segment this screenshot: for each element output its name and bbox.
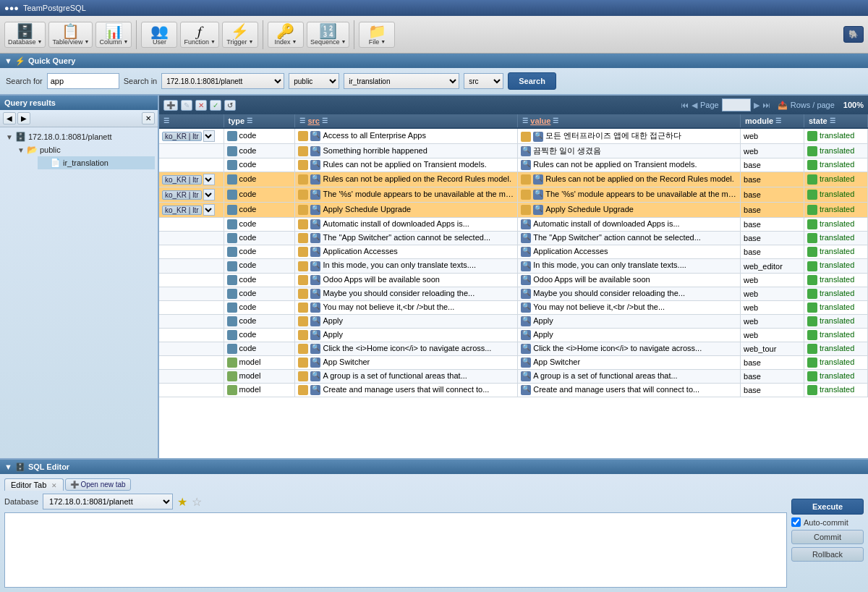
column-select[interactable]: src [464, 73, 503, 89]
cell-src[interactable]: 🔍Automatic install of downloaded Apps is… [295, 218, 518, 232]
src-search-icon[interactable]: 🔍 [310, 385, 320, 395]
tab-close-icon[interactable]: ✕ [51, 482, 57, 489]
src-search-icon[interactable]: 🔍 [310, 344, 320, 354]
toolbar-trigger[interactable]: ⚡ Trigger ▼ [222, 22, 258, 48]
value-edit-icon[interactable] [521, 205, 531, 215]
cell-src[interactable]: 🔍Apply Schedule Upgrade [295, 203, 518, 218]
src-edit-icon[interactable] [298, 344, 308, 354]
cell-value[interactable]: 🔍Apply [518, 328, 741, 342]
col-src-menu[interactable]: ☰ [322, 117, 328, 124]
col-header-module[interactable]: module ☰ [741, 114, 804, 128]
src-edit-icon[interactable] [298, 289, 308, 299]
src-search-icon[interactable]: 🔍 [310, 174, 320, 185]
src-search-icon[interactable]: 🔍 [310, 233, 320, 243]
src-search-icon[interactable]: 🔍 [310, 275, 320, 285]
cell-src[interactable]: 🔍Create and manage users that will conne… [295, 384, 518, 397]
col-value-sort[interactable]: ☰ [522, 117, 528, 124]
src-search-icon[interactable]: 🔍 [310, 247, 320, 257]
value-search-icon[interactable]: 🔍 [521, 275, 531, 285]
sql-database-select[interactable]: 172.18.0.1:8081/planett [43, 494, 173, 509]
src-search-icon[interactable]: 🔍 [310, 205, 320, 215]
src-search-icon[interactable]: 🔍 [310, 330, 320, 340]
src-edit-icon[interactable] [298, 385, 308, 395]
tree-item-server[interactable]: ▼ 🗄️ 172.18.0.1:8081/planett [3, 130, 155, 143]
cell-value[interactable]: 🔍Apply Schedule Upgrade [518, 203, 741, 218]
src-search-icon[interactable]: 🔍 [310, 219, 320, 229]
cell-src[interactable]: 🔍Maybe you should consider reloading the… [295, 287, 518, 300]
value-search-icon[interactable]: 🔍 [521, 358, 531, 368]
src-search-icon[interactable]: 🔍 [310, 303, 320, 313]
src-search-icon[interactable]: 🔍 [310, 358, 320, 368]
cell-src[interactable]: 🔍The "App Switcher" action cannot be sel… [295, 232, 518, 245]
cell-value[interactable]: 🔍App Switcher [518, 356, 741, 370]
page-last-btn[interactable]: ⏭ [762, 101, 770, 109]
src-edit-icon[interactable] [298, 233, 308, 243]
cell-src[interactable]: 🔍Application Accesses [295, 245, 518, 259]
sql-textarea[interactable] [4, 512, 787, 588]
value-search-icon[interactable]: 🔍 [521, 146, 531, 156]
cell-src[interactable]: 🔍Odoo Apps will be available soon [295, 273, 518, 287]
cell-value[interactable]: 🔍You may not believe it,<br />but the... [518, 300, 741, 314]
toolbar-sequence[interactable]: 🔢 Sequence ▼ [307, 22, 349, 48]
value-search-icon[interactable]: 🔍 [533, 205, 543, 215]
value-search-icon[interactable]: 🔍 [521, 219, 531, 229]
cell-src[interactable]: 🔍In this mode, you can only translate te… [295, 259, 518, 273]
cell-value[interactable]: 🔍모든 엔터프라이즈 앱에 대한 접근하다 [518, 128, 741, 144]
src-edit-icon[interactable] [298, 303, 308, 313]
col-header-state[interactable]: state ☰ [804, 114, 868, 128]
server-select[interactable]: 172.18.0.1:8081/planett [161, 73, 284, 89]
sql-editor-header[interactable]: ▼ 🗄️ SQL Editor [0, 460, 868, 474]
toolbar-index[interactable]: 🔑 Index ▼ [268, 22, 304, 48]
src-search-icon[interactable]: 🔍 [310, 289, 320, 299]
src-search-icon[interactable]: 🔍 [310, 160, 320, 170]
toolbar-file[interactable]: 📁 File ▼ [359, 22, 395, 48]
cell-value[interactable]: 🔍In this mode, you can only translate te… [518, 259, 741, 273]
src-search-icon[interactable]: 🔍 [310, 261, 320, 271]
cell-value[interactable]: 🔍Application Accesses [518, 245, 741, 259]
lang-select[interactable]: ▼ [203, 189, 215, 200]
value-search-icon[interactable]: 🔍 [521, 289, 531, 299]
src-edit-icon[interactable] [298, 219, 308, 229]
src-search-icon[interactable]: 🔍 [310, 146, 320, 156]
cell-value[interactable]: 🔍The '%s' module appears to be unavailab… [518, 187, 741, 203]
col-header-src[interactable]: ☰ src ☰ [295, 114, 518, 128]
grid-delete-btn[interactable]: ✕ [195, 100, 207, 111]
schema-select[interactable]: public [289, 73, 339, 89]
src-search-icon[interactable]: 🔍 [310, 371, 320, 381]
autocommit-checkbox[interactable] [791, 517, 801, 527]
value-edit-icon[interactable] [521, 190, 531, 200]
lang-select[interactable]: ▼ [203, 204, 215, 216]
toolbar-column[interactable]: 📊 Column ▼ [95, 22, 132, 48]
src-edit-icon[interactable] [298, 174, 308, 185]
src-edit-icon[interactable] [298, 275, 308, 285]
new-tab-btn[interactable]: ➕ Open new tab [65, 478, 130, 491]
rollback-button[interactable]: Rollback [791, 547, 864, 562]
col-header-type[interactable]: type ☰ [224, 114, 295, 128]
src-edit-icon[interactable] [298, 146, 308, 156]
value-search-icon[interactable]: 🔍 [521, 344, 531, 354]
page-next-btn[interactable]: ▶ [754, 101, 760, 110]
src-search-icon[interactable]: 🔍 [310, 131, 320, 141]
commit-button[interactable]: Commit [791, 530, 864, 544]
cell-value[interactable]: 🔍Rules can not be applied on the Record … [518, 172, 741, 187]
grid-edit-btn[interactable]: ✎ [181, 100, 192, 111]
col-menu-btn[interactable]: ☰ [163, 117, 169, 124]
cell-value[interactable]: 🔍Odoo Apps will be available soon [518, 273, 741, 287]
search-button[interactable]: Search [508, 72, 556, 90]
col-type-menu[interactable]: ☰ [247, 117, 252, 124]
cell-value[interactable]: 🔍Click the <i>Home icon</i> to navigate … [518, 342, 741, 356]
value-search-icon[interactable]: 🔍 [533, 132, 543, 142]
value-search-icon[interactable]: 🔍 [521, 371, 531, 381]
sidebar-nav-forward[interactable]: ▶ [17, 112, 30, 124]
src-edit-icon[interactable] [298, 261, 308, 271]
grid-refresh-btn[interactable]: ↺ [224, 100, 236, 111]
cell-src[interactable]: 🔍Apply [295, 328, 518, 342]
value-search-icon[interactable]: 🔍 [533, 190, 543, 200]
toolbar-database[interactable]: 🗄️ Database ▼ [4, 22, 46, 48]
sql-star-filled-icon[interactable]: ★ [177, 495, 187, 509]
tree-item-ir-translation[interactable]: 📄 ir_translation [38, 156, 155, 169]
cell-src[interactable]: 🔍Something horrible happened [295, 144, 518, 158]
sidebar-refresh[interactable]: ✕ [142, 112, 155, 124]
page-prev-btn[interactable]: ◀ [692, 101, 697, 110]
page-first-btn[interactable]: ⏮ [681, 101, 689, 109]
